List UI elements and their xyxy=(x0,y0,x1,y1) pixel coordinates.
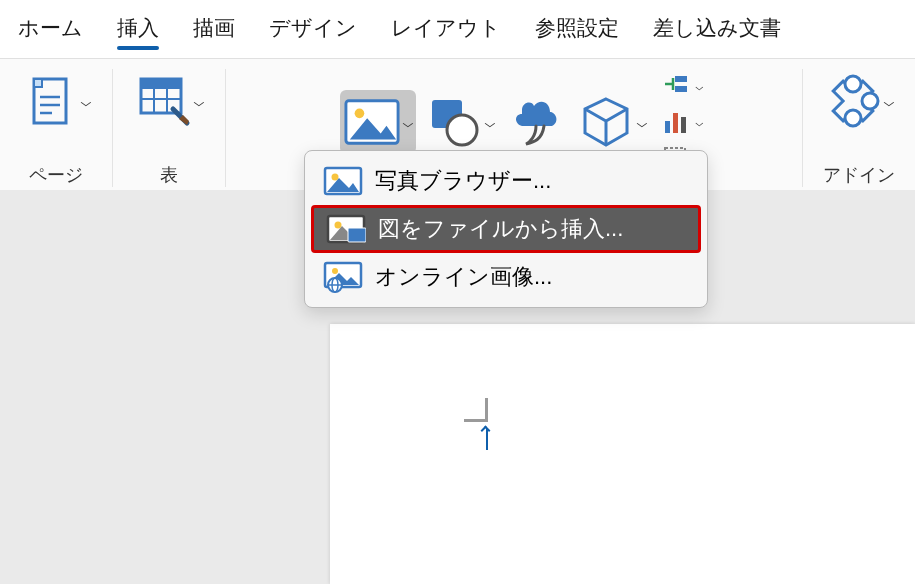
chevron-down-icon: ⌵ xyxy=(694,116,703,129)
photo-browser-icon xyxy=(323,165,363,197)
picture-from-file-icon xyxy=(326,213,366,245)
chevron-down-icon: ⌵ xyxy=(694,80,703,93)
chart-icon xyxy=(662,108,692,136)
group-label-addins: アドイン xyxy=(823,163,895,187)
group-label-tables: 表 xyxy=(160,163,178,187)
addins-icon xyxy=(825,73,881,129)
svg-rect-15 xyxy=(665,121,670,133)
picture-icon xyxy=(344,94,400,150)
pictures-dropdown-menu: 写真ブラウザー... 図をファイルから挿入... オンライン画像... xyxy=(304,150,708,308)
menu-label: 写真ブラウザー... xyxy=(375,166,551,196)
ribbon-tabs: ホーム 挿入 描画 デザイン レイアウト 参照設定 差し込み文書 xyxy=(0,0,915,58)
addins-button[interactable]: ⌵ xyxy=(821,69,897,133)
svg-point-28 xyxy=(332,268,338,274)
svg-rect-14 xyxy=(675,86,687,92)
online-pictures-icon xyxy=(323,261,363,293)
menu-photo-browser[interactable]: 写真ブラウザー... xyxy=(305,157,707,205)
smartart-icon xyxy=(662,72,692,100)
group-tables: ⌵ 表 xyxy=(113,69,226,187)
svg-rect-26 xyxy=(348,228,366,242)
page-icon xyxy=(22,73,78,129)
group-addins: ⌵ アドイン xyxy=(803,69,915,187)
svg-point-20 xyxy=(862,93,878,109)
group-pages: ⌵ ページ xyxy=(0,69,113,187)
chevron-down-icon: ⌵ xyxy=(636,114,647,130)
pictures-button[interactable]: ⌵ xyxy=(340,90,416,154)
tab-design[interactable]: デザイン xyxy=(269,14,357,48)
shapes-icon xyxy=(426,94,482,150)
svg-point-21 xyxy=(845,110,861,126)
chevron-down-icon: ⌵ xyxy=(402,114,413,130)
tab-draw[interactable]: 描画 xyxy=(193,14,235,48)
svg-point-10 xyxy=(354,108,364,118)
smartart-button[interactable]: ⌵ xyxy=(662,69,703,103)
chevron-down-icon: ⌵ xyxy=(193,93,204,109)
chart-button[interactable]: ⌵ xyxy=(662,105,703,139)
pages-button[interactable]: ⌵ xyxy=(18,69,94,133)
menu-picture-from-file[interactable]: 図をファイルから挿入... xyxy=(311,205,701,253)
tab-home[interactable]: ホーム xyxy=(18,14,83,48)
svg-rect-13 xyxy=(675,76,687,82)
tab-layout[interactable]: レイアウト xyxy=(391,14,501,48)
chevron-down-icon: ⌵ xyxy=(80,93,91,109)
svg-point-19 xyxy=(845,76,861,92)
svg-point-25 xyxy=(335,222,342,229)
cube-icon xyxy=(578,94,634,150)
icons-icon xyxy=(508,94,564,150)
3dmodels-button[interactable]: ⌵ xyxy=(574,90,650,154)
svg-rect-16 xyxy=(673,113,678,133)
tab-references[interactable]: 参照設定 xyxy=(535,14,619,48)
tab-mailings[interactable]: 差し込み文書 xyxy=(653,14,781,48)
chevron-down-icon: ⌵ xyxy=(484,114,495,130)
menu-label: 図をファイルから挿入... xyxy=(378,214,623,244)
table-icon xyxy=(135,73,191,129)
tables-button[interactable]: ⌵ xyxy=(131,69,207,133)
svg-rect-17 xyxy=(681,117,686,133)
shapes-button[interactable]: ⌵ xyxy=(422,90,498,154)
svg-rect-5 xyxy=(141,79,181,89)
menu-label: オンライン画像... xyxy=(375,262,552,292)
group-label-pages: ページ xyxy=(29,163,83,187)
document-page[interactable] xyxy=(330,324,915,584)
icons-button[interactable] xyxy=(504,90,568,154)
tab-insert[interactable]: 挿入 xyxy=(117,14,159,48)
menu-online-pictures[interactable]: オンライン画像... xyxy=(305,253,707,301)
svg-point-23 xyxy=(332,174,339,181)
text-cursor xyxy=(464,398,488,422)
chevron-down-icon: ⌵ xyxy=(883,93,894,109)
svg-point-12 xyxy=(447,115,477,145)
